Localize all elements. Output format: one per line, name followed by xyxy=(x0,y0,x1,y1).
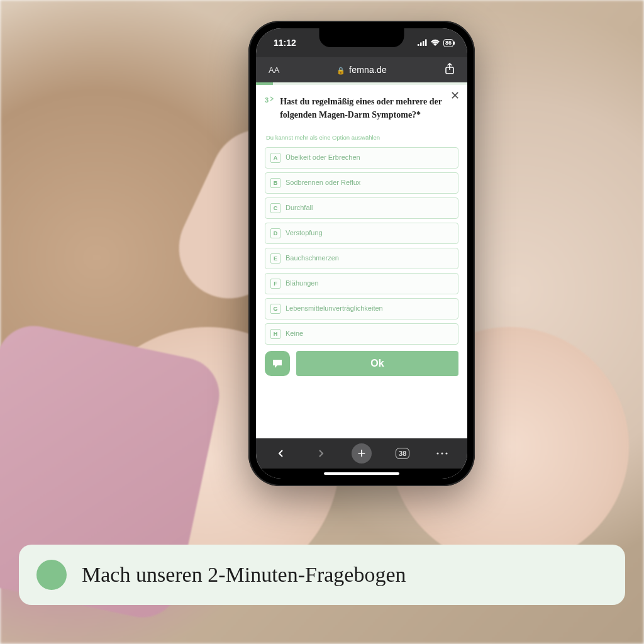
options-list: AÜbelkeit oder Erbrechen BSodbrennen ode… xyxy=(265,147,458,345)
more-icon[interactable] xyxy=(433,445,451,462)
option-g[interactable]: GLebensmittelunverträglichkeiten xyxy=(265,298,458,319)
option-a[interactable]: AÜbelkeit oder Erbrechen xyxy=(265,147,458,169)
banner-text: Mach unseren 2-Minuten-Fragebogen xyxy=(82,563,406,587)
notch xyxy=(319,28,404,47)
option-h[interactable]: HKeine xyxy=(265,323,458,345)
phone-screen: 11:12 86 AA 🔒femna.de ✕ xyxy=(256,28,467,479)
back-icon[interactable] xyxy=(272,445,290,462)
battery-icon: 86 xyxy=(443,39,453,47)
signal-icon xyxy=(418,38,427,48)
svg-point-7 xyxy=(446,452,448,454)
option-f[interactable]: FBlähungen xyxy=(265,273,458,294)
browser-toolbar: + 38 xyxy=(256,438,467,469)
svg-rect-3 xyxy=(425,40,427,47)
ok-button[interactable]: Ok xyxy=(296,351,458,376)
option-c[interactable]: CDurchfall xyxy=(265,197,458,219)
option-e[interactable]: EBauchschmerzen xyxy=(265,248,458,269)
wifi-icon xyxy=(430,38,440,48)
svg-rect-1 xyxy=(420,43,422,47)
new-tab-icon[interactable]: + xyxy=(352,443,372,464)
tabs-icon[interactable]: 38 xyxy=(394,445,411,462)
svg-rect-0 xyxy=(418,44,419,46)
url-text: 🔒femna.de xyxy=(336,65,387,75)
option-d[interactable]: DVerstopfung xyxy=(265,223,458,244)
svg-point-5 xyxy=(437,452,439,454)
home-indicator[interactable] xyxy=(256,469,467,479)
close-icon[interactable]: ✕ xyxy=(450,89,460,103)
survey-content: ✕ 3 Hast du regelmäßig eines oder mehrer… xyxy=(256,82,467,438)
option-b[interactable]: BSodbrennen oder Reflux xyxy=(265,172,458,194)
progress-bar xyxy=(256,82,467,85)
hint-text: Du kannst mehr als eine Option auswählen xyxy=(266,134,458,141)
forward-icon[interactable] xyxy=(312,445,330,462)
lock-icon: 🔒 xyxy=(336,67,345,74)
browser-url-bar[interactable]: AA 🔒femna.de xyxy=(256,57,467,82)
share-icon[interactable] xyxy=(445,63,455,77)
question-text: Hast du regelmäßig eines oder mehrere de… xyxy=(280,95,458,121)
svg-rect-2 xyxy=(423,41,425,46)
phone-frame: 11:12 86 AA 🔒femna.de ✕ xyxy=(248,21,475,486)
text-size-icon[interactable]: AA xyxy=(269,65,279,75)
cta-banner[interactable]: Mach unseren 2-Minuten-Fragebogen xyxy=(19,545,625,605)
status-time: 11:12 xyxy=(274,38,296,48)
question-number: 3 xyxy=(265,96,275,121)
chat-button[interactable] xyxy=(265,351,290,376)
svg-point-6 xyxy=(441,452,443,454)
banner-dot-icon xyxy=(36,560,67,590)
